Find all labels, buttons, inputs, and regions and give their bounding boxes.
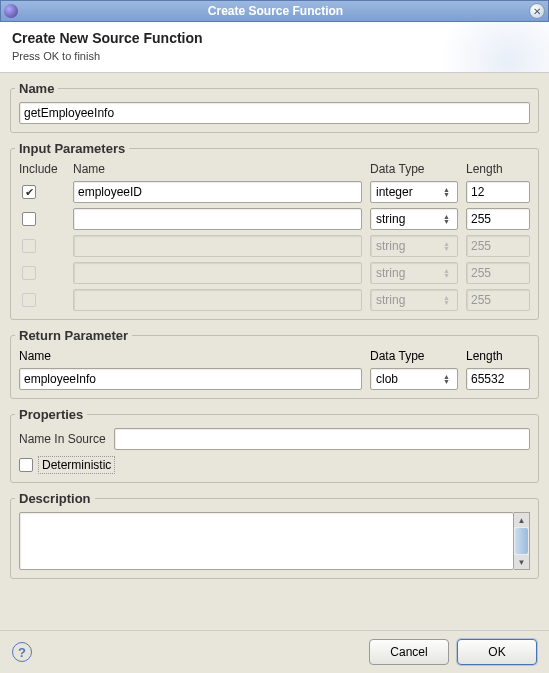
name-section: Name [10, 81, 539, 133]
param-length-1[interactable] [466, 208, 530, 230]
description-legend: Description [15, 491, 95, 506]
app-icon [4, 4, 18, 18]
param-name-0[interactable] [73, 181, 362, 203]
scroll-up-icon[interactable]: ▲ [514, 513, 529, 527]
return-col-length: Length [466, 349, 530, 363]
col-datatype: Data Type [370, 162, 458, 176]
col-name: Name [73, 162, 362, 176]
param-include-2 [19, 239, 65, 253]
return-length-input[interactable] [466, 368, 530, 390]
deterministic-label: Deterministic [38, 456, 115, 474]
param-include-0[interactable]: ✔ [19, 185, 65, 199]
close-icon[interactable]: ✕ [529, 3, 545, 19]
param-datatype-2: string▲▼ [370, 235, 458, 257]
dialog-header: Create New Source Function Press OK to f… [0, 22, 549, 73]
function-name-input[interactable] [19, 102, 530, 124]
description-textarea[interactable] [19, 512, 514, 570]
return-name-input[interactable] [19, 368, 362, 390]
description-scrollbar[interactable]: ▲ ▼ [514, 512, 530, 570]
input-parameters-grid: Include Name Data Type Length ✔ integer▲… [19, 162, 530, 311]
param-include-1[interactable] [19, 212, 65, 226]
name-in-source-input[interactable] [114, 428, 530, 450]
description-section: Description ▲ ▼ [10, 491, 539, 579]
return-datatype-select[interactable]: clob▲▼ [370, 368, 458, 390]
input-parameters-legend: Input Parameters [15, 141, 129, 156]
header-title: Create New Source Function [12, 30, 537, 46]
scroll-down-icon[interactable]: ▼ [514, 555, 529, 569]
param-name-3 [73, 262, 362, 284]
param-length-4 [466, 289, 530, 311]
col-include: Include [19, 162, 65, 176]
titlebar: Create Source Function ✕ [0, 0, 549, 22]
param-datatype-0[interactable]: integer▲▼ [370, 181, 458, 203]
return-parameter-section: Return Parameter Name Data Type Length c… [10, 328, 539, 399]
param-length-0[interactable] [466, 181, 530, 203]
param-length-2 [466, 235, 530, 257]
properties-section: Properties Name In Source Deterministic [10, 407, 539, 483]
properties-legend: Properties [15, 407, 87, 422]
param-datatype-1[interactable]: string▲▼ [370, 208, 458, 230]
name-in-source-label: Name In Source [19, 432, 106, 446]
ok-button[interactable]: OK [457, 639, 537, 665]
header-subtitle: Press OK to finish [12, 50, 537, 62]
param-include-3 [19, 266, 65, 280]
return-col-name: Name [19, 349, 362, 363]
param-name-1[interactable] [73, 208, 362, 230]
help-icon[interactable]: ? [12, 642, 32, 662]
input-parameters-section: Input Parameters Include Name Data Type … [10, 141, 539, 320]
param-datatype-3: string▲▼ [370, 262, 458, 284]
scroll-thumb[interactable] [515, 528, 528, 554]
param-name-4 [73, 289, 362, 311]
param-datatype-4: string▲▼ [370, 289, 458, 311]
deterministic-checkbox[interactable] [19, 458, 33, 472]
return-col-datatype: Data Type [370, 349, 458, 363]
dialog-footer: ? Cancel OK [0, 630, 549, 673]
param-include-4 [19, 293, 65, 307]
cancel-button[interactable]: Cancel [369, 639, 449, 665]
col-length: Length [466, 162, 530, 176]
param-length-3 [466, 262, 530, 284]
param-name-2 [73, 235, 362, 257]
return-parameter-legend: Return Parameter [15, 328, 132, 343]
name-legend: Name [15, 81, 58, 96]
window-title: Create Source Function [22, 4, 529, 18]
